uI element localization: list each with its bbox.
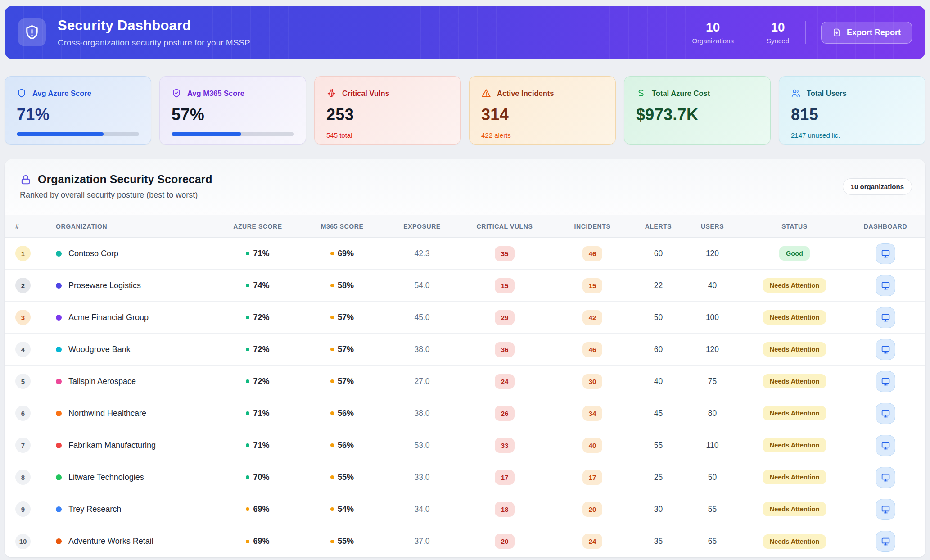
monitor-icon [881, 377, 890, 386]
shield-alert-icon [18, 18, 46, 46]
azure-score-value: 72% [253, 313, 269, 322]
m365-score-dot [330, 252, 334, 255]
azure-score-dot [246, 252, 249, 255]
status-badge: Good [779, 246, 810, 261]
alerts-value: 22 [654, 281, 663, 290]
incidents-badge: 46 [582, 246, 602, 261]
users-value: 120 [706, 345, 719, 354]
monitor-icon [881, 409, 890, 418]
open-dashboard-button[interactable] [876, 499, 895, 520]
progress-bar-fill [17, 132, 104, 136]
status-badge: Needs Attention [763, 406, 826, 420]
column-header-alerts: ALERTS [635, 223, 682, 230]
azure-score-dot [246, 475, 249, 479]
exposure-value: 27.0 [414, 377, 429, 386]
stat-card-avg-m365-score: Avg M365 Score 57% [159, 76, 306, 145]
monitor-icon [881, 505, 890, 514]
synced-label: Synced [767, 37, 789, 45]
m365-score-value: 56% [338, 409, 354, 418]
critical-vulns-badge: 29 [495, 310, 515, 325]
exposure-value: 38.0 [414, 345, 429, 354]
scorecard-panel: Organization Security Scorecard Ranked b… [5, 159, 925, 557]
m365-score-dot [330, 411, 334, 415]
open-dashboard-button[interactable] [876, 339, 895, 360]
stat-card-avg-azure-score: Avg Azure Score 71% [5, 76, 151, 145]
stat-card-total-azure-cost: Total Azure Cost $973.7K [624, 76, 771, 145]
organization-name: Adventure Works Retail [68, 537, 153, 546]
rank-badge: 7 [15, 438, 31, 453]
stat-card-subtext: 2147 unused lic. [791, 131, 913, 139]
open-dashboard-button[interactable] [876, 531, 895, 552]
table-row: 9Trey Research69%54%34.018203055Needs At… [5, 493, 925, 525]
shield-icon [17, 88, 27, 98]
page-subtitle: Cross-organization security posture for … [58, 38, 250, 48]
open-dashboard-button[interactable] [876, 403, 895, 424]
m365-score-value: 56% [338, 441, 354, 450]
organization-name: Tailspin Aerospace [68, 377, 136, 386]
critical-vulns-badge: 35 [495, 246, 515, 261]
open-dashboard-button[interactable] [876, 467, 895, 488]
monitor-icon [881, 537, 890, 546]
azure-score-dot [246, 348, 249, 351]
status-badge: Needs Attention [763, 470, 826, 484]
org-color-dot [56, 379, 62, 384]
m365-score-value: 55% [338, 537, 354, 546]
rank-badge: 2 [15, 278, 31, 293]
stat-card-label: Total Users [807, 89, 847, 98]
m365-score-dot [330, 379, 334, 383]
open-dashboard-button[interactable] [876, 307, 895, 328]
users-value: 40 [708, 281, 717, 290]
organization-name: Litware Technologies [68, 473, 144, 482]
rank-badge: 3 [15, 310, 31, 325]
exposure-value: 54.0 [414, 281, 429, 290]
org-color-dot [56, 474, 62, 480]
azure-score-dot [246, 507, 249, 511]
users-value: 110 [706, 441, 719, 450]
stat-card-subtext: 545 total [326, 131, 449, 139]
stat-card-total-users: Total Users 815 2147 unused lic. [779, 76, 925, 145]
m365-score-dot [330, 316, 334, 319]
table-row: 2Proseware Logistics74%58%54.015152240Ne… [5, 270, 925, 302]
open-dashboard-button[interactable] [876, 435, 895, 456]
alerts-value: 60 [654, 249, 663, 258]
incidents-badge: 15 [582, 278, 602, 293]
alerts-value: 50 [654, 313, 663, 322]
users-value: 120 [706, 249, 719, 258]
column-header-critical-vulns: CRITICAL VULNS [459, 223, 550, 230]
file-download-icon [832, 28, 841, 37]
m365-score-value: 57% [338, 345, 354, 354]
stat-card-value: 57% [172, 105, 294, 124]
m365-score-dot [330, 284, 334, 287]
azure-score-dot [246, 443, 249, 447]
stat-card-subtext: 422 alerts [481, 131, 604, 139]
users-icon [791, 88, 801, 98]
bug-icon [326, 88, 336, 98]
m365-score-value: 58% [338, 281, 354, 290]
incidents-badge: 20 [582, 502, 602, 517]
azure-score-value: 71% [253, 249, 269, 258]
critical-vulns-badge: 36 [495, 342, 515, 357]
users-value: 50 [708, 473, 717, 482]
azure-score-dot [246, 284, 249, 287]
organizations-count: 10 [692, 20, 734, 35]
exposure-value: 42.3 [414, 249, 429, 258]
shield-check-icon [172, 88, 181, 98]
stat-card-label: Avg Azure Score [32, 89, 91, 98]
exposure-value: 34.0 [414, 505, 429, 514]
exposure-value: 33.0 [414, 473, 429, 482]
open-dashboard-button[interactable] [876, 243, 895, 264]
open-dashboard-button[interactable] [876, 275, 895, 296]
users-value: 65 [708, 537, 717, 546]
open-dashboard-button[interactable] [876, 371, 895, 392]
org-color-dot [56, 411, 62, 416]
column-header-status: STATUS [743, 223, 846, 230]
m365-score-value: 69% [338, 249, 354, 258]
monitor-icon [881, 249, 890, 258]
rank-badge: 5 [15, 374, 31, 389]
stat-card-label: Avg M365 Score [187, 89, 244, 98]
incidents-badge: 34 [582, 406, 602, 421]
stat-card-active-incidents: Active Incidents 314 422 alerts [469, 76, 616, 145]
export-report-button[interactable]: Export Report [821, 22, 912, 44]
organization-name: Woodgrove Bank [68, 345, 131, 354]
progress-bar-fill [172, 132, 241, 136]
